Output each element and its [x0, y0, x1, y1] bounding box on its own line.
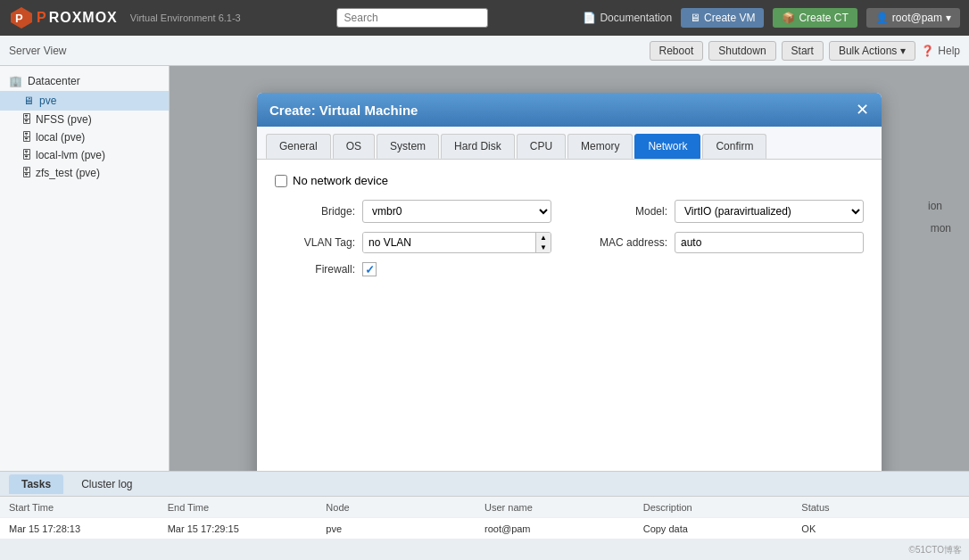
monitor-icon: 🖥 [690, 12, 700, 24]
modal-title: Create: Virtual Machine [269, 103, 418, 118]
no-network-row: No network device [275, 174, 864, 187]
sidebar-item-local[interactable]: 🗄 local (pve) [0, 128, 169, 146]
server-icon: 🖥 [23, 95, 34, 107]
secondbar: Server View Reboot Shutdown Start Bulk A… [0, 36, 969, 66]
env-version: Virtual Environment 6.1-3 [130, 12, 241, 23]
sidebar: 🏢 Datacenter 🖥 pve 🗄 NFSS (pve) 🗄 local … [0, 66, 170, 471]
user-menu-button[interactable]: 👤 root@pam ▾ [866, 8, 960, 28]
tab-system[interactable]: System [377, 134, 439, 159]
bottom-tabs-bar: Tasks Cluster log [0, 471, 969, 496]
firewall-label: Firewall: [275, 263, 355, 276]
firewall-row: Firewall: ✓ [275, 262, 551, 276]
tab-cpu[interactable]: CPU [517, 134, 566, 159]
bridge-select[interactable]: vmbr0 [362, 200, 551, 223]
spinner-buttons: ▲ ▼ [535, 233, 551, 252]
cell-start-time: Mar 15 17:28:13 [9, 523, 168, 534]
create-vm-button[interactable]: 🖥 Create VM [681, 8, 764, 28]
storage-icon: 🗄 [21, 131, 32, 144]
modal-header: Create: Virtual Machine ✕ [257, 93, 882, 127]
col-start-time: Start Time [9, 502, 168, 513]
tab-general[interactable]: General [266, 134, 331, 159]
spinner-up[interactable]: ▲ [535, 233, 551, 243]
bulk-actions-button[interactable]: Bulk Actions ▾ [829, 41, 915, 61]
sidebar-item-nfss[interactable]: 🗄 NFSS (pve) [0, 111, 169, 128]
proxmox-logo-icon: P [9, 5, 34, 30]
bridge-row: Bridge: vmbr0 [275, 200, 551, 223]
network-form: Bridge: vmbr0 VLAN Tag: [275, 200, 864, 276]
shutdown-button[interactable]: Shutdown [708, 41, 775, 61]
bridge-label: Bridge: [275, 205, 355, 218]
col-end-time: End Time [168, 502, 327, 513]
chevron-down-icon: ▾ [946, 12, 951, 24]
model-label: Model: [587, 205, 667, 218]
vlan-input[interactable]: ▲ ▼ [362, 232, 551, 253]
right-column: Model: VirtIO (paravirtualized) MAC addr… [587, 200, 864, 276]
vlan-row: VLAN Tag: ▲ ▼ [275, 232, 551, 253]
tab-confirm[interactable]: Confirm [702, 134, 766, 159]
main-layout: 🏢 Datacenter 🖥 pve 🗄 NFSS (pve) 🗄 local … [0, 66, 969, 471]
model-row: Model: VirtIO (paravirtualized) [587, 200, 864, 223]
search-input[interactable] [336, 8, 488, 28]
check-icon: ✓ [365, 263, 375, 276]
create-ct-button[interactable]: 📦 Create CT [773, 8, 857, 28]
tab-hard-disk[interactable]: Hard Disk [441, 134, 515, 159]
modal-overlay: Create: Virtual Machine ✕ General OS Sys… [170, 66, 969, 471]
mac-row: MAC address: [587, 232, 864, 253]
tab-os[interactable]: OS [333, 134, 375, 159]
help-icon: ❓ [921, 45, 934, 57]
logo: P P ROXMOX [9, 5, 118, 30]
reboot-button[interactable]: Reboot [650, 41, 704, 61]
help-button[interactable]: ❓ Help [921, 45, 960, 57]
tab-memory[interactable]: Memory [567, 134, 633, 159]
container-icon: 📦 [782, 12, 795, 24]
storage-icon: 🗄 [21, 113, 32, 126]
col-status: Status [801, 502, 960, 513]
cell-user: root@pam [484, 523, 643, 534]
cell-node: pve [326, 523, 484, 534]
col-node: Node [326, 502, 484, 513]
topbar: P P ROXMOX Virtual Environment 6.1-3 📄 D… [0, 0, 969, 36]
doc-icon: 📄 [583, 12, 596, 24]
no-network-checkbox[interactable] [275, 175, 287, 187]
modal-body: No network device Bridge: vmbr0 [257, 160, 882, 471]
vlan-label: VLAN Tag: [275, 236, 355, 249]
chevron-down-icon: ▾ [900, 45, 906, 57]
logo-roxmox: ROXMOX [49, 10, 118, 26]
modal-tabs: General OS System Hard Disk CPU Memory N… [257, 127, 882, 160]
cell-description: Copy data [643, 523, 802, 534]
mac-label: MAC address: [587, 236, 667, 249]
user-icon: 👤 [875, 12, 889, 24]
log-row: Mar 15 17:28:13 Mar 15 17:29:15 pve root… [0, 517, 969, 539]
sidebar-item-zfs-test[interactable]: 🗄 zfs_test (pve) [0, 164, 169, 182]
mac-input[interactable] [675, 232, 864, 253]
documentation-button[interactable]: 📄 Documentation [583, 12, 672, 24]
model-select[interactable]: VirtIO (paravirtualized) [675, 200, 864, 223]
sidebar-item-pve[interactable]: 🖥 pve [0, 91, 169, 111]
watermark: ©51CTO博客 [909, 544, 962, 556]
tab-tasks[interactable]: Tasks [9, 474, 63, 494]
server-view-label: Server View [9, 45, 66, 57]
sidebar-item-datacenter[interactable]: 🏢 Datacenter [0, 71, 169, 91]
vlan-text-input[interactable] [363, 233, 535, 252]
spinner-down[interactable]: ▼ [535, 243, 551, 252]
storage-icon: 🗄 [21, 167, 32, 179]
modal-close-button[interactable]: ✕ [856, 102, 869, 118]
cell-status: OK [801, 523, 960, 534]
tab-network[interactable]: Network [634, 134, 700, 159]
left-column: Bridge: vmbr0 VLAN Tag: [275, 200, 551, 276]
firewall-checkbox[interactable]: ✓ [362, 262, 377, 276]
col-user: User name [484, 502, 643, 513]
svg-text:P: P [15, 12, 23, 25]
start-button[interactable]: Start [782, 41, 824, 61]
logo-p: P [37, 10, 46, 26]
content-area: ion mon Create: Virtual Machine ✕ Genera… [170, 66, 969, 471]
storage-icon: 🗄 [21, 149, 32, 161]
cell-end-time: Mar 15 17:29:15 [168, 523, 327, 534]
col-description: Description [643, 502, 802, 513]
sidebar-item-local-lvm[interactable]: 🗄 local-lvm (pve) [0, 146, 169, 164]
no-network-label: No network device [293, 174, 388, 187]
create-vm-modal: Create: Virtual Machine ✕ General OS Sys… [257, 93, 882, 471]
datacenter-icon: 🏢 [9, 75, 22, 87]
log-table-header: Start Time End Time Node User name Descr… [0, 496, 969, 517]
tab-cluster-log[interactable]: Cluster log [69, 474, 145, 494]
